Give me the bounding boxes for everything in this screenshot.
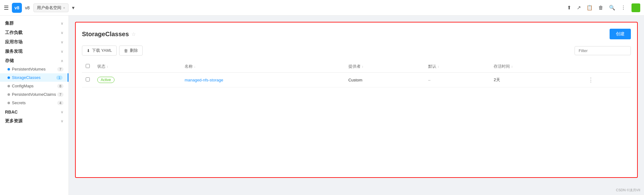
terminal-icon[interactable]: ↗ [577, 5, 581, 11]
page-title: StorageClasses [82, 31, 129, 38]
tab-bar: 用户命名空间 × ▼ [33, 3, 77, 12]
toolbar: ⬇ 下载 YAML 🗑 删除 [82, 46, 631, 56]
table-col-age: 存活时间 ↕ [490, 61, 584, 73]
delete-button[interactable]: 🗑 删除 [119, 46, 143, 56]
row-actions-button[interactable]: ⋮ [588, 77, 594, 83]
topbar: ☰ v8 v8 用户命名空间 × ▼ ⬆ ↗ 📋 🗑 🔍 ⋮ [0, 0, 644, 16]
sidebar-item-secrets-label: Secrets [12, 100, 26, 105]
create-button[interactable]: 创建 [610, 29, 631, 39]
tab-label: 用户命名空间 [37, 5, 61, 11]
row-age-cell: 2天 [490, 73, 584, 87]
col-provider-label: 提供者 [348, 64, 361, 69]
sidebar-item-pvc-count: 7 [57, 92, 63, 97]
sidebar-item-pv-label: PersistentVolumes [12, 67, 46, 71]
sidebar-section-rbac-label: RBAC [5, 110, 18, 115]
download-yaml-label: 下载 YAML [92, 48, 112, 53]
row-name-link[interactable]: managed-nfs-storage [185, 78, 223, 82]
watermark: CSDN ©淡月VII [616, 188, 640, 193]
table-col-name: 名称 ↓ [181, 61, 345, 73]
col-default-label: 默认 [428, 64, 436, 69]
table-col-provider: 提供者 ↕ [345, 61, 424, 73]
sidebar-item-secrets-count: 4 [57, 101, 63, 105]
cluster-arrow-icon: ∨ [61, 21, 63, 26]
sidebar-section-cluster[interactable]: 集群 ∨ [0, 18, 68, 27]
filter-input[interactable] [575, 46, 631, 55]
table-row: Active managed-nfs-storage Custom – 2天 [82, 73, 631, 87]
col-provider-sort-icon[interactable]: ↕ [362, 65, 363, 68]
service-arrow-icon: ∨ [61, 49, 63, 54]
sidebar-section-service[interactable]: 服务发现 ∨ [0, 46, 68, 56]
sidebar-section-service-label: 服务发现 [5, 49, 23, 54]
sidebar-section-workload[interactable]: 工作负载 ∨ [0, 27, 68, 37]
sidebar-section-appmarket[interactable]: 应用市场 ∨ [0, 37, 68, 46]
page-header: StorageClasses ☆ 创建 [82, 29, 631, 39]
row-status-cell: Active [94, 73, 181, 87]
delete-icon[interactable]: 🗑 [598, 5, 603, 11]
hamburger-icon[interactable]: ☰ [4, 4, 9, 11]
dot-icon [8, 76, 10, 79]
status-badge: Active [97, 77, 114, 83]
row-provider-value: Custom [348, 78, 363, 82]
sidebar-section-rbac[interactable]: RBAC ∨ [0, 107, 68, 116]
sidebar-item-pvc[interactable]: PersistentVolumeClaims 7 [0, 90, 68, 99]
content-area: StorageClasses ☆ 创建 ⬇ 下载 YAML 🗑 删除 [69, 16, 644, 195]
sidebar-item-pv-count: 7 [57, 67, 63, 71]
table-header: 状态 ↕ 名称 ↓ 提供者 [82, 61, 631, 73]
row-name-cell: managed-nfs-storage [181, 73, 345, 87]
data-table: 状态 ↕ 名称 ↓ 提供者 [82, 61, 631, 87]
sidebar-item-cm-count: 8 [57, 84, 63, 88]
clipboard-icon[interactable]: 📋 [586, 5, 593, 11]
col-age-sort-icon[interactable]: ↕ [511, 65, 513, 68]
sidebar-item-persistentvolumes[interactable]: PersistentVolumes 7 [0, 65, 68, 73]
table-header-checkbox [82, 61, 94, 73]
favorite-icon[interactable]: ☆ [131, 31, 136, 37]
row-provider-cell: Custom [345, 73, 424, 87]
tab-close-icon[interactable]: × [63, 6, 65, 10]
sidebar-section-more-label: 更多资源 [5, 118, 23, 124]
col-age-label: 存活时间 [494, 64, 510, 69]
col-name-sort-icon[interactable]: ↓ [194, 65, 195, 68]
row-default-value: – [428, 78, 430, 82]
select-all-checkbox[interactable] [86, 64, 90, 68]
sidebar-item-storageclasses[interactable]: StorageClasses 1 [0, 73, 68, 82]
row-checkbox-cell [82, 73, 94, 87]
col-status-label: 状态 [97, 64, 105, 69]
col-status-sort-icon[interactable]: ↕ [107, 65, 108, 68]
dot-icon [8, 85, 10, 87]
table-col-default: 默认 ↕ [424, 61, 490, 73]
sidebar-item-secrets[interactable]: Secrets 4 [0, 99, 68, 107]
col-default-sort-icon[interactable]: ↕ [438, 65, 439, 68]
sidebar-item-cm-label: ConfigMaps [12, 84, 33, 88]
topbar-right: ⬆ ↗ 📋 🗑 🔍 ⋮ [567, 3, 640, 12]
sidebar: 集群 ∨ 工作负载 ∨ 应用市场 ∨ 服务发现 ∨ 存储 ∧ Persisten… [0, 16, 69, 195]
download-yaml-button[interactable]: ⬇ 下载 YAML [82, 46, 117, 56]
sidebar-section-appmarket-label: 应用市场 [5, 39, 23, 45]
content-box: StorageClasses ☆ 创建 ⬇ 下载 YAML 🗑 删除 [75, 22, 638, 178]
upload-icon[interactable]: ⬆ [567, 5, 571, 11]
topbar-left: ☰ v8 v8 [4, 3, 30, 13]
row-actions-cell: ⋮ [584, 73, 631, 87]
namespace-tab[interactable]: 用户命名空间 × [33, 3, 68, 12]
page-title-row: StorageClasses ☆ [82, 31, 136, 38]
appmarket-arrow-icon: ∨ [61, 40, 63, 44]
sidebar-section-cluster-label: 集群 [5, 21, 14, 26]
sidebar-item-configmaps[interactable]: ConfigMaps 8 [0, 82, 68, 90]
tab-dropdown-button[interactable]: ▼ [70, 4, 77, 12]
dot-icon [8, 93, 10, 96]
sidebar-section-storage[interactable]: 存储 ∧ [0, 56, 68, 65]
more-icon[interactable]: ⋮ [621, 5, 626, 11]
delete-btn-icon: 🗑 [124, 48, 128, 53]
sidebar-section-workload-label: 工作负载 [5, 30, 23, 36]
storage-arrow-icon: ∧ [61, 59, 63, 63]
col-name-label: 名称 [185, 64, 193, 69]
sidebar-section-more[interactable]: 更多资源 ∨ [0, 116, 68, 125]
row-checkbox[interactable] [86, 77, 90, 81]
sidebar-item-sc-count: 1 [56, 76, 63, 80]
toolbar-left: ⬇ 下载 YAML 🗑 删除 [82, 46, 143, 56]
dot-icon [8, 102, 10, 104]
row-age-value: 2天 [494, 77, 500, 82]
search-icon[interactable]: 🔍 [609, 5, 615, 11]
sidebar-item-sc-label: StorageClasses [12, 75, 41, 80]
rbac-arrow-icon: ∨ [61, 110, 63, 114]
table-col-actions [584, 61, 631, 73]
